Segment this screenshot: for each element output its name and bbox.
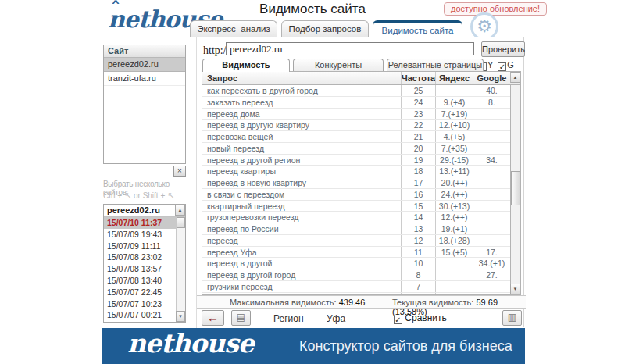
table-cell: 12 (401, 235, 435, 246)
table-row[interactable]: переезд дома237.(+19) (202, 109, 510, 120)
table-cell: 9.(+4) (435, 97, 473, 108)
history-date-item[interactable]: 15/07/08 23:02 (104, 252, 176, 263)
history-date-item[interactable]: 15/07/07 22:45 (104, 287, 176, 298)
copy-report-button[interactable]: ▥ (502, 310, 522, 326)
banner-tagline-link[interactable]: для бизнеса (431, 338, 512, 354)
export-back-button[interactable]: ← (202, 310, 224, 326)
table-row[interactable]: грузчики переезд7 (202, 281, 510, 293)
table-scrollbar-thumb[interactable] (511, 171, 520, 205)
history-date-item[interactable]: 15/07/07 00:21 (104, 309, 176, 321)
table-cell: 29.(-15) (435, 155, 473, 166)
back-arrow-icon: ← (207, 311, 219, 324)
site-list-item[interactable]: tranzit-ufa.ru (104, 72, 185, 86)
column-header-yandex[interactable]: Яндекс (435, 72, 473, 84)
history-date-item[interactable]: 15/07/10 11:37 (104, 217, 176, 229)
table-row[interactable]: грузоперевозки переезд1412.(++) (202, 212, 510, 223)
table-scroll-up-button[interactable]: ▲ (510, 72, 520, 83)
table-row[interactable]: заказать переезд249.(+4)8. (202, 97, 510, 109)
check-button[interactable]: Проверить (481, 41, 525, 57)
compare-checkbox[interactable]: ✓ (394, 316, 402, 324)
history-date-item[interactable]: 15/07/08 13:57 (104, 263, 176, 275)
tab-query-selection[interactable]: Подбор запросов (281, 20, 369, 37)
table-cell: 15.(+5) (435, 247, 473, 258)
table-cell: 15 (401, 201, 435, 212)
history-date-item[interactable]: 15/07/07 10:23 (104, 298, 176, 310)
history-scrollbar[interactable]: ▼ (176, 217, 185, 322)
table-cell: 12.(+10) (435, 120, 473, 130)
update-notice-button[interactable]: доступно обновление! (444, 2, 547, 16)
site-list-item[interactable]: pereezd02.ru (104, 58, 185, 72)
table-row[interactable]: новый переезд207.(+35) (202, 143, 510, 155)
subtab-competitors[interactable]: Конкуренты (293, 59, 384, 71)
table-cell: 8 (401, 269, 435, 280)
table-row[interactable]: переезд в новую квартиру1720.(++) (202, 177, 510, 189)
table-cell: 20.(++) (435, 177, 473, 188)
table-row[interactable]: переезд в другой1034.(+1) (202, 258, 510, 269)
promo-banner[interactable]: ˆ nethouse Конструктор сайтов для бизнес… (102, 328, 525, 364)
table-scroll-down-button[interactable]: ▼ (510, 284, 520, 294)
column-header-google[interactable]: Google (473, 72, 510, 84)
subtab-visibility[interactable]: Видимость (202, 59, 290, 72)
table-row[interactable]: переезд1218.(+28) (202, 235, 510, 247)
table-row[interactable]: переезд Уфа1115.(+5)17. (202, 247, 510, 259)
table-cell: грузчики переезд (202, 281, 401, 292)
table-row[interactable]: перевозка вещей214.(+5) (202, 131, 510, 143)
table-cell: 11 (401, 247, 435, 258)
table-cell: 17 (401, 177, 435, 188)
history-box: pereezd02.ru ▲ 15/07/10 11:3715/07/09 19… (103, 204, 186, 323)
history-date-item[interactable]: 15/07/08 13:40 (104, 275, 176, 287)
table-row[interactable]: в связи с переездом1624.(++) (202, 189, 510, 201)
history-site-label: pereezd02.ru (107, 205, 160, 215)
table-row[interactable]: переезд по России1319.(+1) (202, 223, 510, 235)
table-row[interactable]: переезд в другой город827. (202, 269, 510, 281)
table-scrollbar[interactable]: ▼ (510, 85, 520, 294)
close-icon: × (177, 166, 182, 175)
table-row[interactable]: переезд квартиры1813.(+11) (202, 166, 510, 177)
table-row[interactable]: как переехать в другой город2540. (202, 85, 510, 97)
history-date-item[interactable]: 15/07/09 11:11 (104, 241, 176, 252)
table-row[interactable]: газель переезд618.(+23) (202, 293, 510, 295)
table-cell (473, 177, 510, 188)
table-cell: 21 (401, 131, 435, 142)
region-value[interactable]: Уфа (327, 313, 345, 324)
history-scroll-down-button[interactable]: ▼ (176, 311, 185, 322)
check-icon: ✓ (395, 316, 401, 324)
banner-logo: ˆ nethouse (127, 328, 254, 359)
table-cell (473, 120, 510, 130)
banner-tagline: Конструктор сайтов для бизнеса (299, 338, 512, 355)
url-input[interactable] (226, 42, 474, 55)
google-checkbox[interactable]: ✓ (498, 62, 506, 71)
table-cell: 24 (401, 97, 435, 108)
table-row[interactable]: квартирный переезд1530.(+13) (202, 201, 510, 212)
subtab-relevant-pages[interactable]: Релевантные страницы (387, 59, 484, 71)
table-cell: переезд в другую квартиру (202, 120, 401, 130)
history-scrollbar-thumb[interactable] (177, 217, 185, 228)
table-cell: переезд Уфа (202, 247, 401, 258)
table-row[interactable]: переезд в другую квартиру2212.(+10) (202, 120, 510, 131)
history-date-item[interactable]: 15/07/09 19:43 (104, 229, 176, 241)
table-cell: 34. (473, 155, 510, 166)
deselect-site-button[interactable]: × (173, 166, 186, 177)
history-scroll-up-button[interactable]: ▲ (175, 205, 185, 216)
table-cell: 20 (401, 143, 435, 154)
table-cell: 8. (473, 97, 510, 108)
query-table: Запрос Частота Яндекс Google ▲ как перее… (202, 71, 521, 295)
table-cell: как переехать в другой город (202, 85, 401, 96)
current-visibility-value: 59.69 (476, 298, 498, 307)
max-visibility: Максимальная видимость: 439.46 (230, 298, 365, 307)
banner-tagline-text: Конструктор сайтов (299, 338, 427, 354)
table-cell (473, 281, 510, 292)
table-cell: квартирный переезд (202, 201, 401, 212)
table-row[interactable]: переезд в другой регион1929.(-15)34. (202, 155, 510, 166)
tab-express-analysis[interactable]: Экспресс–анализ (190, 20, 277, 37)
multi-select-keys-hint: Ctrl + ↖ or Shift + ↖ (103, 191, 189, 201)
table-cell (473, 109, 510, 120)
region-label: Регион (273, 313, 304, 324)
table-cell: 40. (473, 85, 510, 96)
report-button[interactable]: ▤ (231, 310, 251, 326)
current-visibility-label: Текущая видимость: (392, 298, 473, 307)
table-cell: 16 (401, 189, 435, 200)
column-header-query[interactable]: Запрос (202, 72, 401, 84)
column-header-frequency[interactable]: Частота (401, 72, 435, 84)
tab-site-visibility[interactable]: Видимость сайта (373, 20, 462, 37)
